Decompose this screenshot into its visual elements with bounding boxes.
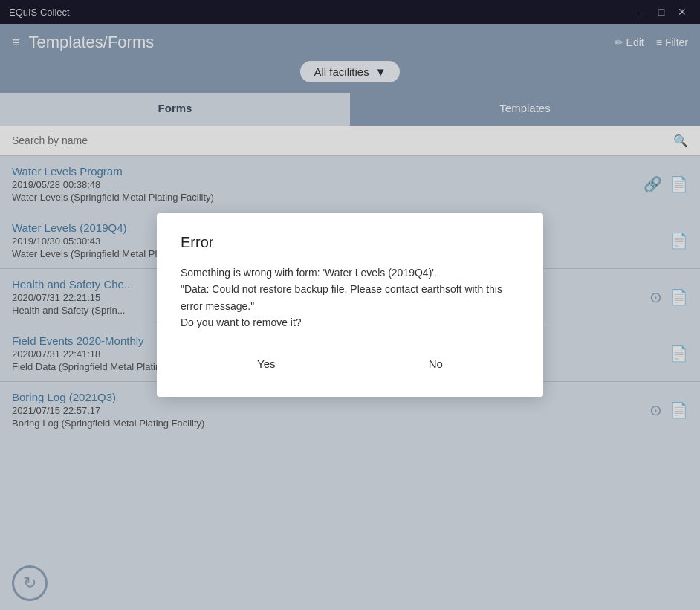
error-dialog-actions: Yes No [181, 351, 519, 376]
no-button[interactable]: No [405, 351, 467, 376]
error-dialog-title: Error [181, 234, 519, 251]
error-message-line3: Do you want to remove it? [181, 317, 302, 328]
error-dialog: Error Something is wrong with form: 'Wat… [157, 213, 543, 398]
error-dialog-message: Something is wrong with form: 'Water Lev… [181, 265, 519, 331]
error-message-line2: "Data: Could not restore backup file. Pl… [181, 283, 502, 311]
error-message-line1: Something is wrong with form: 'Water Lev… [181, 267, 437, 279]
yes-button[interactable]: Yes [233, 351, 299, 376]
modal-overlay: Error Something is wrong with form: 'Wat… [0, 0, 700, 610]
